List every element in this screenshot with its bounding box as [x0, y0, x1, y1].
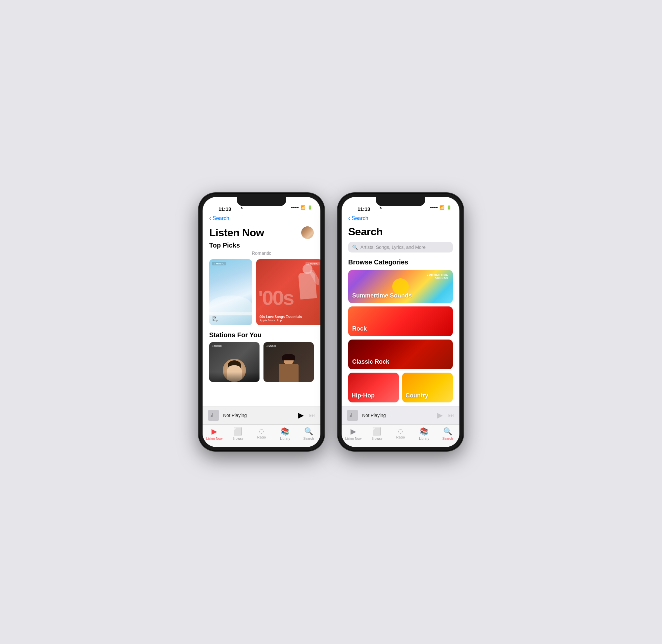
browse-categories-section: Browse Categories SUMMERTIMESOUNDS Summe…	[348, 258, 453, 402]
browse-icon-2: ⬜	[372, 427, 381, 436]
back-button[interactable]: ‹ Search	[209, 215, 314, 222]
back-nav-2: ‹ Search	[342, 214, 459, 224]
mini-player-2[interactable]: Not Playing ▶ ⏭	[342, 406, 459, 424]
tab-bar-2: ▶ Listen Now ⬜ Browse ◌ Radio 📚 Library …	[342, 424, 459, 447]
phone-1: 11:13 ▲ 📶 🔋 ‹ Search	[199, 193, 324, 451]
time-display-2: 11:13	[349, 202, 378, 213]
listen-now-icon: ▶	[211, 427, 217, 436]
play-button-2[interactable]: ▶	[437, 411, 443, 420]
browse-categories-title: Browse Categories	[348, 258, 453, 266]
back-label-2: Search	[351, 215, 368, 222]
card-2-info: 00s Love Songs Essentials Apple Music Po…	[259, 315, 319, 322]
status-icons-2: 📶 🔋	[430, 205, 452, 210]
notch	[237, 197, 286, 206]
sun-shape	[392, 278, 409, 295]
back-nav: ‹ Search	[203, 214, 320, 224]
back-label: Search	[212, 215, 229, 222]
stations-title: Stations For You	[209, 331, 314, 339]
tab-search-label: Search	[303, 437, 314, 440]
rock-label: Rock	[352, 325, 367, 332]
category-summertime[interactable]: SUMMERTIMESOUNDS Summertime Sounds	[348, 270, 453, 303]
tab-radio-label: Radio	[257, 436, 266, 439]
tab-radio[interactable]: ◌ Radio	[250, 427, 273, 440]
phone-1-screen: 11:13 ▲ 📶 🔋 ‹ Search	[203, 197, 320, 447]
tab-search-2[interactable]: 🔍 Search	[436, 427, 459, 440]
chevron-left-icon: ‹	[209, 215, 211, 222]
hiphop-label: Hip-Hop	[351, 392, 375, 399]
country-label: Country	[406, 392, 428, 399]
page-title: Listen Now	[209, 227, 264, 239]
card-1-labels: py Pop	[212, 315, 218, 322]
tab-listen-now-2[interactable]: ▶ Listen Now	[342, 427, 365, 440]
skip-forward-button[interactable]: ⏭	[309, 412, 315, 419]
top-picks-subtitle: Romantic	[209, 251, 314, 256]
tab-radio-label-2: Radio	[396, 436, 405, 439]
tab-browse-label: Browse	[232, 437, 243, 440]
top-picks-card-2[interactable]: ♫ MUSIC	[256, 259, 320, 325]
tab-listen-now[interactable]: ▶ Listen Now	[203, 427, 226, 440]
tab-bar: ▶ Listen Now ⬜ Browse ◌ Radio 📚 Library …	[203, 424, 320, 447]
tab-radio-2[interactable]: ◌ Radio	[389, 427, 412, 440]
back-button-2[interactable]: ‹ Search	[348, 215, 453, 222]
search-bar[interactable]: 🔍 Artists, Songs, Lyrics, and More	[348, 242, 453, 253]
mini-player-controls: ▶ ⏭	[298, 411, 315, 420]
top-picks-section: Top Picks Romantic ♫ MUSIC	[209, 242, 314, 325]
avatar[interactable]	[301, 226, 314, 239]
listen-now-icon-2: ▶	[350, 427, 356, 436]
tab-browse-2[interactable]: ⬜ Browse	[365, 427, 389, 440]
library-icon: 📚	[281, 427, 290, 436]
search-icon-2: 🔍	[443, 427, 452, 436]
tab-library-2[interactable]: 📚 Library	[412, 427, 436, 440]
two-col-categories: Hip-Hop Country	[348, 373, 453, 402]
time-display: 11:13	[210, 202, 239, 213]
tab-library-label-2: Library	[419, 437, 429, 440]
category-rock[interactable]: Rock	[348, 306, 453, 336]
skip-forward-button-2[interactable]: ⏭	[448, 412, 454, 419]
station-badge-2: ♫ MUSIC	[266, 345, 276, 347]
station-card-2[interactable]: ♫ MUSIC	[264, 342, 314, 382]
summertime-top-label: SUMMERTIMESOUNDS	[427, 273, 448, 280]
category-country[interactable]: Country	[402, 373, 453, 402]
mini-player-controls-2: ▶ ⏭	[437, 411, 454, 420]
search-placeholder: Artists, Songs, Lyrics, and More	[361, 245, 426, 250]
phone-2-frame: 11:13 ▲ 📶 🔋 ‹ Search	[338, 193, 463, 451]
classic-rock-label: Classic Rock	[352, 359, 389, 365]
station-card-1[interactable]: ♫ MUSIC	[209, 342, 259, 382]
tab-library-label: Library	[280, 437, 290, 440]
category-hiphop[interactable]: Hip-Hop	[348, 373, 399, 402]
play-button[interactable]: ▶	[298, 411, 304, 420]
top-picks-card-1[interactable]: ♫ MUSIC py Pop	[209, 259, 252, 325]
top-picks-cards[interactable]: ♫ MUSIC py Pop	[203, 259, 320, 325]
browse-icon: ⬜	[233, 427, 242, 436]
tab-browse[interactable]: ⬜ Browse	[226, 427, 250, 440]
category-classic-rock[interactable]: Classic Rock	[348, 340, 453, 369]
notch-2	[376, 197, 425, 206]
mini-player-artwork-2	[347, 410, 358, 421]
stations-section: Stations For You ♫ MUSIC	[209, 331, 314, 382]
mini-player[interactable]: Not Playing ▶ ⏭	[203, 406, 320, 424]
tab-search[interactable]: 🔍 Search	[297, 427, 320, 440]
wifi-icon-2: 📶	[439, 205, 444, 210]
tab-library[interactable]: 📚 Library	[273, 427, 297, 440]
top-picks-title: Top Picks	[209, 242, 314, 249]
signal-indicator	[291, 207, 299, 208]
listen-now-screen[interactable]: Listen Now Top Picks Romantic	[203, 224, 320, 406]
wifi-icon: 📶	[300, 205, 305, 210]
station-cards: ♫ MUSIC ♫ MUSI	[209, 342, 314, 382]
search-icon: 🔍	[304, 427, 313, 436]
battery-icon-2: 🔋	[447, 205, 452, 210]
battery-icon: 🔋	[307, 205, 313, 210]
music-note-icon	[210, 412, 217, 419]
status-icons: 📶 🔋	[291, 205, 313, 210]
phone-1-frame: 11:13 ▲ 📶 🔋 ‹ Search	[199, 193, 324, 451]
not-playing-label: Not Playing	[223, 413, 294, 418]
search-screen[interactable]: Search 🔍 Artists, Songs, Lyrics, and Mor…	[342, 224, 459, 406]
page-header: Listen Now	[209, 226, 314, 239]
music-note-icon-2	[349, 412, 356, 419]
apple-music-badge-1: ♫ MUSIC	[212, 262, 226, 266]
phone-2-screen: 11:13 ▲ 📶 🔋 ‹ Search	[342, 197, 459, 447]
station-badge-1: ♫ MUSIC	[212, 345, 222, 347]
radio-icon: ◌	[259, 427, 264, 435]
person-silhouette	[289, 262, 319, 315]
00s-text: '00s	[258, 288, 293, 308]
